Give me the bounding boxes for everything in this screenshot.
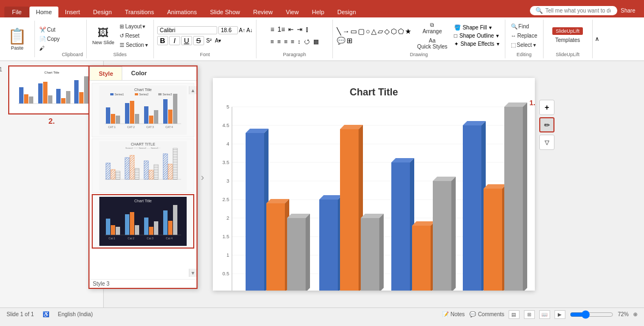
shape-outline-button[interactable]: □ Shape Outline ▾ bbox=[452, 32, 502, 39]
tab-review[interactable]: Review bbox=[247, 7, 279, 17]
scroll-down-button[interactable]: ▼ bbox=[189, 269, 196, 277]
font-size-input[interactable] bbox=[218, 26, 238, 34]
add-element-button[interactable]: + bbox=[539, 100, 554, 115]
shape-pentagon[interactable]: ⬠ bbox=[397, 27, 404, 36]
text-direction-button[interactable]: ⭯ bbox=[303, 37, 311, 46]
style-panel-content: Chart Title Series1 Series2 Series3 bbox=[90, 81, 196, 282]
style-panel: Style Color Chart Title Series1 Series2 … bbox=[88, 65, 198, 289]
increase-indent-button[interactable]: ⇥ bbox=[296, 25, 303, 34]
share-button[interactable]: Share bbox=[621, 8, 635, 14]
font-color-button[interactable]: A▾ bbox=[214, 38, 223, 44]
edit-chart-button[interactable]: ✏ bbox=[539, 117, 554, 132]
shape-triangle[interactable]: △ bbox=[371, 27, 377, 36]
arrange-button[interactable]: ⧉ Arrange bbox=[415, 21, 450, 35]
svg-text:Series1 ─── Series2 - - - Seri: Series1 ─── Series2 - - - Series3 ··· bbox=[126, 147, 160, 149]
filter-button[interactable]: ▽ bbox=[539, 135, 554, 150]
zoom-slider[interactable] bbox=[570, 310, 613, 319]
ribbon-collapse-button[interactable]: ∧ bbox=[593, 20, 601, 58]
shape-diamond[interactable]: ◇ bbox=[384, 27, 390, 36]
shadow-button[interactable]: S² bbox=[205, 38, 213, 44]
style-tab-color[interactable]: Color bbox=[122, 67, 156, 80]
paste-button[interactable]: 📋 Paste bbox=[3, 21, 31, 57]
decrease-indent-button[interactable]: ⇤ bbox=[287, 25, 295, 34]
decrease-font-button[interactable]: A↓ bbox=[246, 27, 253, 33]
shape-line[interactable]: ╲ bbox=[336, 27, 342, 36]
templates-button[interactable]: Templates bbox=[553, 36, 582, 44]
tab-home[interactable]: Home bbox=[29, 7, 58, 17]
font-name-input[interactable] bbox=[157, 26, 217, 34]
tab-design[interactable]: Design bbox=[87, 7, 118, 17]
smartart-button[interactable]: ▦ bbox=[312, 37, 320, 46]
tab-slideshow[interactable]: Slide Show bbox=[204, 7, 247, 17]
layout-button[interactable]: ⊞ Layout ▾ bbox=[117, 22, 150, 31]
tab-animations[interactable]: Animations bbox=[160, 7, 203, 17]
style-preview-1[interactable]: Chart Title Series1 Series2 Series3 bbox=[92, 83, 194, 137]
svg-text:2: 2 bbox=[226, 215, 229, 221]
replace-button[interactable]: ↔ Replace bbox=[509, 32, 540, 40]
select-button[interactable]: ⬚ Select ▾ bbox=[509, 41, 540, 49]
comments-button[interactable]: 💬 Comments bbox=[469, 311, 504, 317]
quick-styles-button[interactable]: Aa Quick Styles bbox=[415, 37, 450, 51]
strikethrough-button[interactable]: S bbox=[193, 36, 204, 45]
align-left-button[interactable]: ≡ bbox=[270, 37, 275, 46]
search-input[interactable] bbox=[545, 8, 611, 14]
bold-button[interactable]: B bbox=[157, 36, 168, 45]
svg-rect-11 bbox=[74, 80, 79, 104]
scroll-up-button[interactable]: ▲ bbox=[189, 86, 196, 94]
new-slide-button[interactable]: 🖼 New Slide bbox=[90, 26, 117, 46]
style-tab-style[interactable]: Style bbox=[90, 67, 122, 80]
numbering-button[interactable]: 1≡ bbox=[277, 25, 287, 34]
section-button[interactable]: ☰ Section ▾ bbox=[117, 41, 150, 49]
slide-sorter-button[interactable]: ⊞ bbox=[524, 310, 535, 319]
style-panel-arrow[interactable]: › bbox=[201, 172, 204, 183]
format-painter-button[interactable]: 🖌 bbox=[37, 44, 62, 52]
tab-view[interactable]: View bbox=[279, 7, 306, 17]
slideshow-button[interactable]: ▶ bbox=[554, 310, 565, 319]
copy-button[interactable]: 📄 Copy bbox=[37, 35, 62, 43]
columns-button[interactable]: ⫿ bbox=[305, 25, 310, 34]
notes-button[interactable]: 📝 Notes bbox=[442, 311, 465, 317]
line-spacing-button[interactable]: ↕ bbox=[296, 37, 302, 46]
underline-button[interactable]: U bbox=[181, 36, 192, 45]
shape-arrow[interactable]: → bbox=[342, 27, 350, 36]
svg-text:Cat 3: Cat 3 bbox=[147, 237, 153, 240]
align-center-button[interactable]: ≡ bbox=[276, 37, 282, 46]
normal-view-button[interactable]: ▤ bbox=[509, 310, 520, 319]
svg-rect-109 bbox=[287, 218, 306, 291]
italic-button[interactable]: I bbox=[169, 36, 180, 45]
fit-window-button[interactable]: ⊕ bbox=[633, 311, 637, 317]
reading-view-button[interactable]: 📖 bbox=[539, 310, 550, 319]
shape-circle[interactable]: ○ bbox=[365, 27, 371, 36]
slide-thumb[interactable]: Chart Title bbox=[8, 65, 96, 114]
style-preview-3[interactable]: Chart Title Cat 1 Cat 2 Cat bbox=[92, 194, 194, 249]
shape-rect[interactable]: ▭ bbox=[350, 27, 357, 36]
bullets-button[interactable]: ≡ bbox=[270, 25, 276, 34]
shape-more[interactable]: ⊞ bbox=[346, 36, 353, 45]
shape-parallelogram[interactable]: ▱ bbox=[377, 27, 384, 36]
tab-design2[interactable]: Design bbox=[331, 7, 362, 17]
editing-group-label: Editing bbox=[516, 51, 532, 57]
find-button[interactable]: 🔍 Find bbox=[509, 22, 540, 31]
tab-help[interactable]: Help bbox=[305, 7, 331, 17]
shape-fill-button[interactable]: 🪣 Shape Fill ▾ bbox=[452, 24, 502, 31]
tab-insert[interactable]: Insert bbox=[58, 7, 87, 17]
align-right-button[interactable]: ≡ bbox=[283, 37, 288, 46]
svg-text:CAT 4: CAT 4 bbox=[165, 125, 173, 129]
slide-side-buttons: 1. + ✏ ▽ bbox=[539, 100, 554, 150]
shape-cylinder[interactable]: ⬡ bbox=[390, 27, 397, 36]
shape-star[interactable]: ★ bbox=[404, 27, 412, 36]
shape-callout[interactable]: 💬 bbox=[336, 36, 346, 45]
justify-button[interactable]: ≡ bbox=[290, 37, 295, 46]
slide[interactable]: Chart Title 5 4.5 4 3.5 3 2.5 2 1.5 1 0.… bbox=[213, 78, 535, 291]
slideuplift-logo[interactable]: SlideUpLift bbox=[552, 27, 583, 35]
slides-group: 🖼 New Slide ⊞ Layout ▾ ↺ Reset ☰ Section… bbox=[87, 20, 154, 58]
cut-button[interactable]: ✂️ Cut bbox=[37, 26, 62, 34]
shape-rounded-rect[interactable]: ▢ bbox=[357, 27, 365, 36]
reset-button[interactable]: ↺ Reset bbox=[117, 32, 150, 40]
tab-format[interactable]: Format bbox=[362, 7, 396, 17]
style-preview-2[interactable]: CHART TITLE Series1 ─── Series2 - - - Se… bbox=[92, 138, 194, 193]
tab-transitions[interactable]: Transitions bbox=[118, 7, 160, 17]
shape-effects-button[interactable]: ✦ Shape Effects ▾ bbox=[452, 40, 502, 47]
tab-file[interactable]: File bbox=[4, 7, 29, 17]
increase-font-button[interactable]: A↑ bbox=[239, 27, 246, 33]
